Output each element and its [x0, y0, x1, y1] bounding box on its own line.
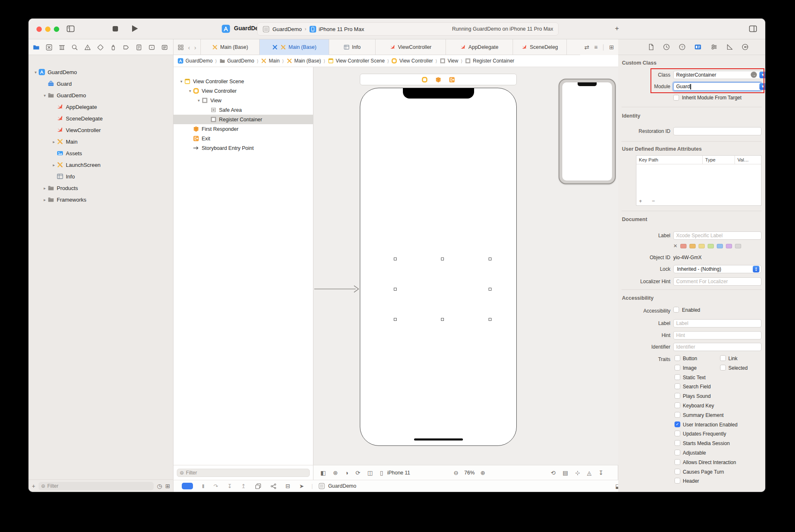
- disclosure-icon[interactable]: ▾: [33, 70, 39, 75]
- outline-item-view-controller[interactable]: ▾View Controller: [173, 86, 313, 96]
- navigator-item-guard[interactable]: Guard: [29, 78, 173, 89]
- navigator-item-info[interactable]: Info: [29, 171, 173, 182]
- breadcrumb-item[interactable]: View Controller Scene: [328, 58, 385, 64]
- trait-checkbox-updates-frequently[interactable]: [675, 431, 680, 436]
- orientation-icon[interactable]: ◫: [367, 469, 373, 476]
- pause-icon[interactable]: ‖: [202, 483, 205, 489]
- scheme-project[interactable]: GuardDemo: [272, 26, 302, 32]
- history-inspector-icon[interactable]: [663, 43, 670, 51]
- color-swatch[interactable]: [689, 244, 696, 248]
- disclosure-icon[interactable]: ▸: [42, 186, 48, 190]
- trait-checkbox-allows-direct-interaction[interactable]: [675, 459, 680, 465]
- device-icon[interactable]: ▯: [380, 469, 383, 476]
- localizer-hint-field[interactable]: Comment For Localizer: [673, 277, 761, 286]
- color-swatch[interactable]: [726, 244, 732, 248]
- scheme-bar[interactable]: GuardDemo › iPhone 11 Pro Max Running Gu…: [257, 22, 559, 36]
- identity-inspector-icon[interactable]: [694, 43, 701, 51]
- running-app-label[interactable]: GuardDemo: [328, 483, 356, 489]
- resolve-autolayout-icon[interactable]: ◬: [587, 469, 592, 476]
- view-controller-icon[interactable]: [422, 77, 428, 83]
- connections-inspector-icon[interactable]: [742, 43, 749, 51]
- view-hierarchy-icon[interactable]: [255, 483, 261, 489]
- color-swatch[interactable]: [699, 244, 705, 248]
- stop-button[interactable]: [113, 26, 118, 31]
- resize-handle[interactable]: [394, 288, 397, 291]
- tab-viewcontroller[interactable]: ViewController: [376, 39, 446, 55]
- color-swatch[interactable]: [680, 244, 687, 248]
- color-swatch[interactable]: [708, 244, 714, 248]
- symbols-icon[interactable]: [58, 44, 65, 51]
- appearance-icon[interactable]: ◑: [345, 469, 348, 476]
- debug-memory-graph-icon[interactable]: [270, 483, 277, 489]
- trait-checkbox-causes-page-turn[interactable]: [675, 469, 680, 474]
- device-label[interactable]: iPhone 11: [387, 470, 410, 476]
- breadcrumb-item[interactable]: View: [440, 58, 458, 64]
- tab-scenedeleg[interactable]: SceneDeleg: [513, 39, 567, 55]
- exit-icon[interactable]: [449, 77, 455, 83]
- add-constraints-icon[interactable]: ⊹: [575, 469, 580, 476]
- tab-main-base-[interactable]: Main (Base): [260, 39, 329, 55]
- breadcrumb-item[interactable]: GuardDemo: [219, 58, 254, 64]
- new-tab-button[interactable]: +: [615, 24, 619, 33]
- acc-identifier-field[interactable]: Identifier: [673, 343, 761, 351]
- toggle-navigator-icon[interactable]: [67, 25, 75, 32]
- table-column-header[interactable]: Val…: [735, 156, 761, 164]
- lock-stepper-icon[interactable]: ▲▼: [753, 266, 759, 272]
- breakpoints-icon[interactable]: [123, 44, 130, 51]
- panel-a-icon[interactable]: [148, 44, 155, 51]
- trait-checkbox-link[interactable]: [720, 355, 726, 361]
- trait-checkbox-button[interactable]: [675, 355, 680, 361]
- color-swatch[interactable]: [717, 244, 723, 248]
- disclosure-icon[interactable]: ▸: [51, 163, 57, 167]
- size-inspector-icon[interactable]: [726, 43, 733, 51]
- resize-handle[interactable]: [489, 318, 491, 321]
- help-inspector-icon[interactable]: ?: [679, 43, 686, 51]
- add-editor-icon[interactable]: ⊞: [609, 44, 614, 51]
- table-column-header[interactable]: Key Path: [636, 156, 703, 164]
- disclosure-icon[interactable]: ▸: [42, 197, 48, 202]
- outline-item-view[interactable]: ▾View: [173, 96, 313, 105]
- issues-icon[interactable]: [84, 44, 91, 51]
- find-icon[interactable]: [71, 44, 78, 51]
- simulate-location-icon[interactable]: ➤: [299, 483, 304, 489]
- breakpoints-toggle-button[interactable]: [182, 483, 193, 489]
- toggle-inspectors-icon[interactable]: [749, 25, 757, 32]
- trait-checkbox-header[interactable]: [675, 478, 680, 484]
- close-button[interactable]: [36, 26, 42, 32]
- zoom-button[interactable]: [54, 26, 59, 32]
- forward-icon[interactable]: ›: [194, 44, 196, 51]
- disclosure-icon[interactable]: ▾: [187, 89, 193, 93]
- align-icon[interactable]: ▤: [563, 469, 568, 476]
- minimap-icon[interactable]: [178, 44, 184, 51]
- resize-handle[interactable]: [489, 288, 491, 291]
- trait-checkbox-image[interactable]: [675, 365, 680, 371]
- navigator-item-launchscreen[interactable]: ▸LaunchScreen: [29, 159, 173, 171]
- trait-checkbox-static-text[interactable]: [675, 374, 680, 380]
- accessibility-preview-icon[interactable]: ⊛: [333, 469, 338, 476]
- source-control-status-icon[interactable]: ⊞: [165, 483, 170, 489]
- step-into-icon[interactable]: ↧: [227, 483, 232, 489]
- rotate-device-icon[interactable]: ⟳: [355, 469, 360, 476]
- runtime-attributes-table[interactable]: Key PathTypeVal…+ −: [636, 155, 761, 206]
- run-button[interactable]: [132, 25, 138, 32]
- disclosure-icon[interactable]: ▸: [51, 140, 57, 144]
- navigator-item-guarddemo[interactable]: ▾GuardDemo: [29, 66, 173, 78]
- scheme-device[interactable]: iPhone 11 Pro Max: [319, 26, 364, 32]
- navigator-item-appdelegate[interactable]: AppDelegate: [29, 101, 173, 113]
- tab-appdelegate[interactable]: AppDelegate: [446, 39, 513, 55]
- trait-checkbox-search-field[interactable]: [675, 383, 680, 389]
- reports-icon[interactable]: [135, 44, 142, 51]
- navigator-item-viewcontroller[interactable]: ViewController: [29, 124, 173, 136]
- color-swatch[interactable]: [735, 244, 741, 248]
- navigator-item-main[interactable]: ▸Main: [29, 136, 173, 147]
- navigator-filter[interactable]: ⊜ Filter: [39, 482, 154, 490]
- tests-icon[interactable]: [97, 44, 104, 51]
- storyboard-entry-arrow[interactable]: [314, 284, 360, 294]
- source-control-icon[interactable]: [46, 44, 53, 51]
- adjust-editor-icon[interactable]: ◧: [320, 469, 326, 476]
- attributes-inspector-icon[interactable]: [711, 43, 718, 51]
- restoration-id-field[interactable]: [673, 127, 761, 135]
- breadcrumb-item[interactable]: Main (Base): [287, 58, 321, 64]
- resize-handle[interactable]: [489, 258, 491, 260]
- zoom-level[interactable]: 76%: [464, 470, 475, 476]
